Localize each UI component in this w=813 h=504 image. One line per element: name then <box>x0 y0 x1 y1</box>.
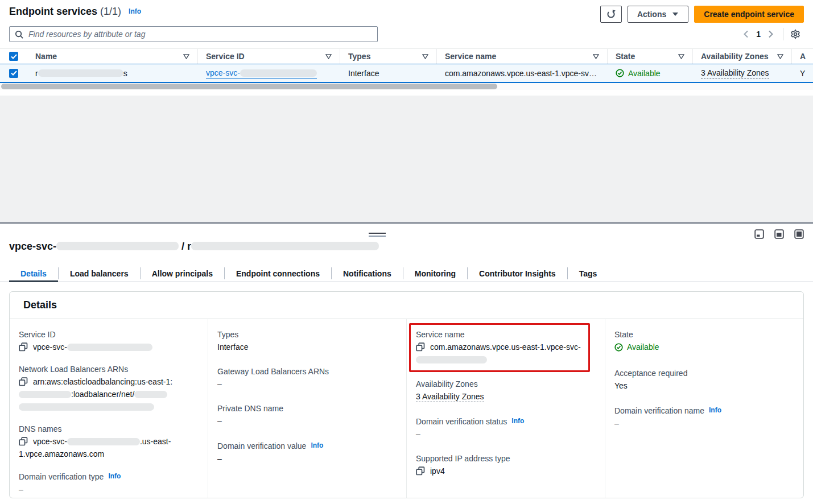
refresh-button[interactable] <box>600 6 622 23</box>
panel-size-small-icon[interactable] <box>754 229 764 239</box>
row-checkbox-cell <box>0 64 27 82</box>
filter-icon[interactable] <box>593 54 599 59</box>
list-header-row: Endpoint services (1/1) Info Actions Cre… <box>0 0 813 25</box>
horizontal-scrollbar-thumb[interactable] <box>1 84 497 89</box>
content-background <box>0 96 813 224</box>
state-status: Available <box>614 341 659 353</box>
filter-icon[interactable] <box>422 54 428 59</box>
column-label: State <box>616 52 635 61</box>
copy-icon[interactable] <box>416 466 425 476</box>
create-endpoint-service-button[interactable]: Create endpoint service <box>694 6 804 23</box>
split-panel-drag-handle[interactable] <box>369 233 386 237</box>
panel-title: vpce-svc- / r <box>9 241 379 253</box>
actions-button-label: Actions <box>637 10 666 19</box>
field-dns-names: DNS names vpce-svc-.us-east-1.vpce.amazo… <box>19 423 194 460</box>
column-label: Service name <box>445 52 496 61</box>
field-label: Types <box>217 328 393 341</box>
panel-size-medium-icon[interactable] <box>774 229 784 239</box>
field-label: Network Load Balancers ARNs <box>19 363 194 375</box>
column-header-state[interactable]: State <box>608 49 693 64</box>
column-label: Types <box>348 52 370 61</box>
cell-state: Available <box>608 64 693 82</box>
field-value: – <box>416 428 591 440</box>
details-card-heading: Details <box>10 292 803 319</box>
row-checkbox[interactable] <box>9 69 18 78</box>
horizontal-scrollbar <box>0 83 813 90</box>
resource-count: (1/1) <box>100 6 121 17</box>
cell-clipped: Y <box>792 64 813 82</box>
tab-load-balancers[interactable]: Load balancers <box>59 265 140 282</box>
pager-divider <box>783 28 783 40</box>
column-header-clipped[interactable]: A <box>792 49 813 64</box>
tab-monitoring[interactable]: Monitoring <box>403 265 467 282</box>
availability-zones-link[interactable]: 3 Availability Zones <box>416 392 484 402</box>
service-id-link[interactable]: vpce-svc- <box>206 68 317 79</box>
field-nlb-arns: Network Load Balancers ARNs arn:aws:elas… <box>19 363 194 413</box>
filter-icon[interactable] <box>678 54 684 59</box>
availability-zones-link[interactable]: 3 Availability Zones <box>701 68 769 79</box>
panel-tabs: Details Load balancers Allow principals … <box>0 265 813 282</box>
select-all-checkbox[interactable] <box>9 52 18 61</box>
info-link[interactable]: Info <box>709 406 721 414</box>
search-box[interactable] <box>9 26 378 42</box>
copy-icon[interactable] <box>19 377 28 386</box>
field-label-text: Domain verification name <box>614 406 704 415</box>
redacted-text <box>67 344 152 351</box>
current-page-number[interactable]: 1 <box>756 30 761 39</box>
field-value: – <box>19 483 194 495</box>
tab-contributor-insights[interactable]: Contributor Insights <box>468 265 567 282</box>
page-title: Endpoint services (1/1) Info <box>9 6 141 18</box>
copy-icon[interactable] <box>19 342 28 352</box>
table-row[interactable]: rs vpce-svc- Interface com.amazonaws.vpc… <box>0 64 813 83</box>
redacted-text <box>38 69 123 77</box>
actions-button[interactable]: Actions <box>628 6 688 23</box>
copy-icon[interactable] <box>19 437 28 446</box>
column-header-name[interactable]: Name <box>27 49 198 64</box>
name-prefix: r <box>35 69 38 78</box>
preferences-gear-icon[interactable] <box>790 29 800 39</box>
table-header-row: Name Service ID Types Service name State… <box>0 49 813 64</box>
state-status: Available <box>616 69 661 78</box>
title-info-link[interactable]: Info <box>129 7 141 15</box>
field-domain-verification-type: Domain verification typeInfo – <box>19 470 194 495</box>
filter-icon[interactable] <box>777 54 783 59</box>
panel-size-full-icon[interactable] <box>794 229 804 239</box>
tab-endpoint-connections[interactable]: Endpoint connections <box>225 265 331 282</box>
field-value: vpce-svc- <box>19 341 194 353</box>
filter-row: 1 <box>0 25 813 42</box>
dns-part3: 1.vpce.amazonaws.com <box>19 449 104 458</box>
tab-tags[interactable]: Tags <box>568 265 609 282</box>
tab-allow-principals[interactable]: Allow principals <box>141 265 224 282</box>
column-header-types[interactable]: Types <box>340 49 437 64</box>
next-page-button[interactable] <box>767 30 774 38</box>
field-label-text: Domain verification type <box>19 472 104 481</box>
service-name-text: com.amazonaws.vpce.us-east-1.vpce-svc- <box>430 342 581 352</box>
filter-icon[interactable] <box>183 54 189 59</box>
details-column-1: Service ID vpce-svc- Network Load Balanc… <box>10 319 208 498</box>
info-link[interactable]: Info <box>108 472 121 480</box>
field-label: Domain verification nameInfo <box>614 404 790 417</box>
endpoint-services-table: Name Service ID Types Service name State… <box>0 48 813 83</box>
field-value: – <box>614 417 790 429</box>
field-value: vpce-svc-.us-east-1.vpce.amazonaws.com <box>19 435 194 460</box>
tab-notifications[interactable]: Notifications <box>332 265 403 282</box>
search-input[interactable] <box>27 29 372 39</box>
column-header-service-name[interactable]: Service name <box>437 49 608 64</box>
info-link[interactable]: Info <box>511 417 524 425</box>
page-title-text: Endpoint services <box>9 6 97 17</box>
tab-details[interactable]: Details <box>9 265 58 282</box>
field-value: Interface <box>217 341 393 353</box>
info-link[interactable]: Info <box>311 441 323 449</box>
panel-title-separator: / <box>181 241 184 252</box>
dns-part2: .us-east- <box>140 437 171 446</box>
cell-service-name: com.amazonaws.vpce.us-east-1.vpce-sv… <box>437 64 608 82</box>
filter-icon[interactable] <box>325 54 332 59</box>
copy-icon[interactable] <box>416 342 425 352</box>
column-header-service-id[interactable]: Service ID <box>198 49 340 64</box>
field-label: Acceptance required <box>614 367 790 379</box>
field-domain-verification-value: Domain verification valueInfo – <box>217 439 393 465</box>
column-header-availability-zones[interactable]: Availability Zones <box>693 49 792 64</box>
field-private-dns-name: Private DNS name – <box>217 402 393 427</box>
previous-page-button[interactable] <box>743 30 749 38</box>
list-toolbar: Actions Create endpoint service <box>600 6 804 23</box>
